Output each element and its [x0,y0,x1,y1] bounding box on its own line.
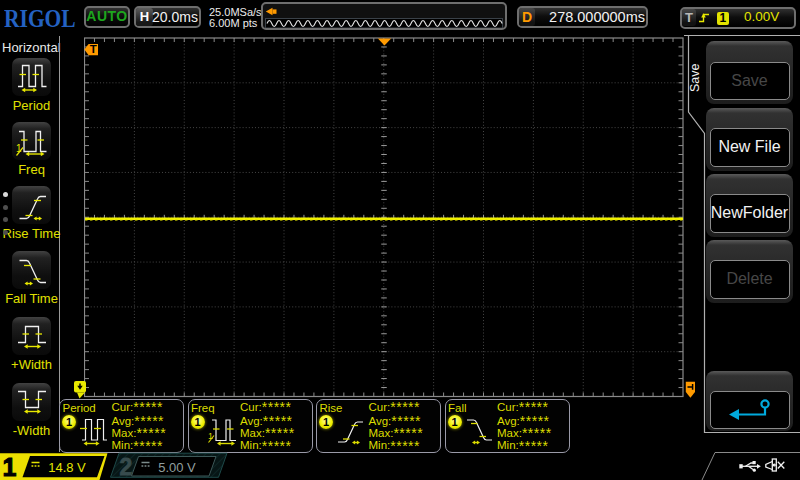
svg-text:1: 1 [3,453,17,480]
svg-text:Save: Save [688,63,702,92]
svg-text:T: T [90,43,97,55]
svg-text:5.00 V: 5.00 V [158,460,196,475]
svg-text:14.8 V: 14.8 V [48,460,86,475]
svg-text:2: 2 [120,454,133,480]
